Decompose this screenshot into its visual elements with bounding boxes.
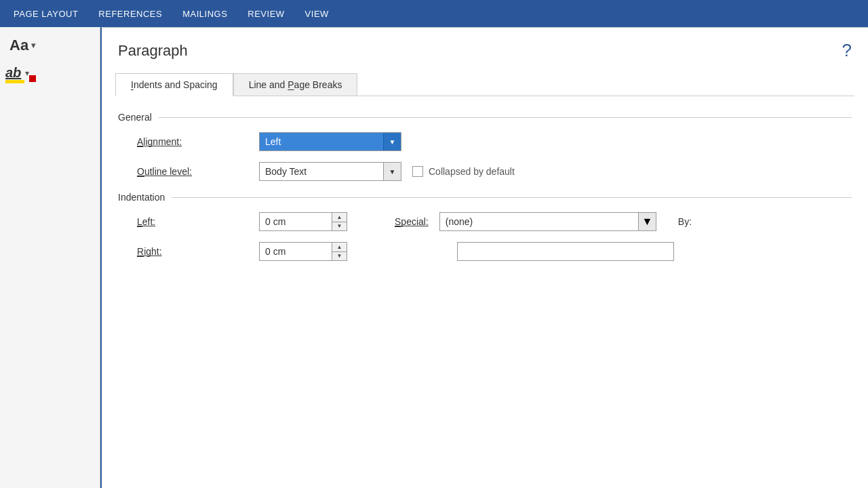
- outline-level-row: Outline level: Body Text ▼ Collapsed by …: [118, 162, 852, 181]
- menu-view[interactable]: VIEW: [305, 9, 329, 19]
- menu-page-layout[interactable]: PAGE LAYOUT: [14, 9, 78, 19]
- alignment-dropdown-arrow[interactable]: ▼: [383, 133, 401, 150]
- aa-label: Aa: [9, 37, 28, 54]
- indentation-section-header: Indentation: [118, 192, 852, 203]
- outline-level-dropdown[interactable]: Body Text ▼: [259, 162, 401, 181]
- indent-left-spinner-buttons[interactable]: ▲ ▼: [332, 213, 347, 230]
- collapsed-by-default-container: Collapsed by default: [412, 166, 515, 177]
- indent-right-value: 0 cm: [260, 246, 332, 257]
- ab-button[interactable]: ab ▾: [5, 65, 29, 81]
- indent-left-up-arrow[interactable]: ▲: [332, 213, 347, 222]
- outline-level-dropdown-arrow[interactable]: ▼: [383, 163, 401, 180]
- menu-review[interactable]: REVIEW: [248, 9, 284, 19]
- indent-left-down-arrow[interactable]: ▼: [332, 222, 347, 231]
- help-button[interactable]: ?: [842, 40, 852, 61]
- dialog-title: Paragraph: [118, 42, 188, 60]
- alignment-row: Alignment: Left ▼: [118, 132, 852, 151]
- tab-indents-spacing-label: Indents and Spacing: [131, 79, 218, 90]
- indent-right-spinner-buttons[interactable]: ▲ ▼: [332, 243, 347, 260]
- highlight-bar: [5, 80, 24, 83]
- special-dropdown-chevron-icon: ▼: [642, 216, 652, 228]
- indentation-section-line: [172, 197, 852, 198]
- aa-dropdown-arrow[interactable]: ▾: [31, 41, 35, 50]
- special-dropdown-value: (none): [440, 216, 638, 227]
- tab-indents-spacing[interactable]: Indents and Spacing: [115, 73, 233, 96]
- dialog-title-bar: Paragraph ?: [102, 28, 868, 68]
- tabs-container: Indents and Spacing Line and Page Breaks: [102, 68, 868, 96]
- collapsed-by-default-label: Collapsed by default: [429, 166, 515, 177]
- special-dropdown[interactable]: (none) ▼: [439, 212, 656, 231]
- indent-right-up-arrow[interactable]: ▲: [332, 243, 347, 252]
- paragraph-dialog: Paragraph ? Indents and Spacing Line and…: [100, 27, 868, 488]
- alignment-chevron-icon: ▼: [389, 138, 396, 146]
- menu-references[interactable]: REFERENCES: [98, 9, 162, 19]
- indent-left-spinner[interactable]: 0 cm ▲ ▼: [259, 212, 347, 231]
- indent-left-value: 0 cm: [260, 216, 332, 227]
- indent-right-down-arrow[interactable]: ▼: [332, 252, 347, 261]
- outline-level-value: Body Text: [260, 166, 383, 177]
- left-sidebar: Aa ▾ ab ▾: [0, 27, 100, 488]
- general-section-label: General: [118, 112, 159, 123]
- indentation-section: Indentation Left: 0 cm ▲ ▼: [118, 192, 852, 261]
- tab-line-page-breaks-label: Line and Page Breaks: [249, 79, 342, 90]
- red-indicator: [29, 75, 36, 82]
- menu-mailings[interactable]: MAILINGS: [182, 9, 227, 19]
- alignment-label: Alignment:: [137, 136, 259, 147]
- outline-level-chevron-icon: ▼: [389, 168, 396, 176]
- collapsed-by-default-checkbox[interactable]: [412, 166, 423, 177]
- by-value-field[interactable]: [457, 242, 674, 261]
- ab-label: ab: [5, 65, 21, 81]
- special-dropdown-arrow-btn[interactable]: ▼: [638, 213, 656, 230]
- indent-right-label: Right:: [137, 246, 162, 257]
- indent-right-row: Right: 0 cm ▲ ▼: [118, 242, 852, 261]
- indent-left-label: Left:: [137, 216, 155, 227]
- tab-line-page-breaks[interactable]: Line and Page Breaks: [233, 73, 358, 96]
- dialog-content: General Alignment: Left ▼ Outline level:…: [102, 97, 868, 281]
- special-label: Special:: [395, 216, 429, 227]
- menu-bar: PAGE LAYOUT REFERENCES MAILINGS REVIEW V…: [0, 0, 868, 27]
- general-section-header: General: [118, 112, 852, 123]
- alignment-value: Left: [260, 136, 383, 147]
- alignment-dropdown[interactable]: Left ▼: [259, 132, 401, 151]
- indent-left-row: Left: 0 cm ▲ ▼ Special: (none): [118, 212, 852, 231]
- by-label: By:: [678, 216, 692, 227]
- indent-right-spinner[interactable]: 0 cm ▲ ▼: [259, 242, 347, 261]
- outline-level-label: Outline level:: [137, 166, 259, 177]
- font-style-button[interactable]: Aa ▾: [5, 34, 39, 57]
- general-section-line: [159, 117, 852, 118]
- indentation-section-label: Indentation: [118, 192, 172, 203]
